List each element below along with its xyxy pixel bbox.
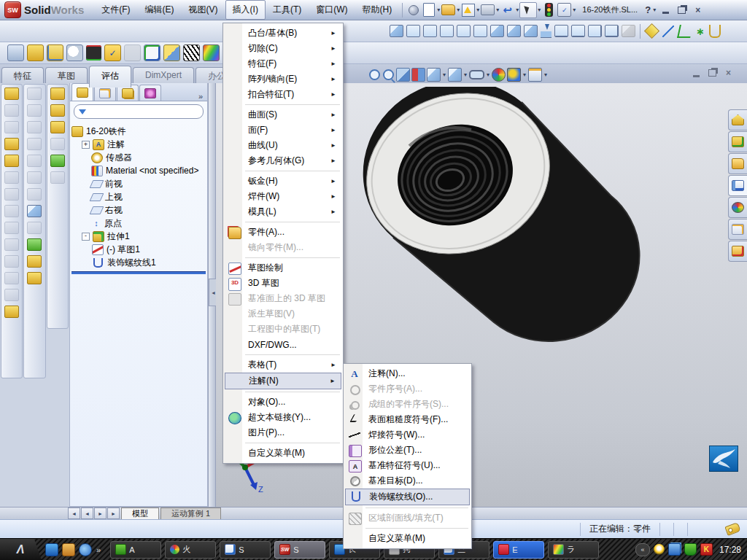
expand-icon[interactable]: +	[82, 141, 90, 149]
antivirus-tray-icon[interactable]: K	[700, 543, 713, 556]
sketch-toolbar-icon[interactable]	[27, 205, 42, 217]
nav-prev-icon[interactable]: ◄	[81, 508, 93, 519]
submenu-item-customize-menu[interactable]: 自定义菜单(M)	[345, 531, 470, 546]
toolbar-icon[interactable]	[4, 138, 19, 150]
mass-properties-icon[interactable]	[27, 44, 44, 61]
display-style-icon[interactable]	[448, 68, 462, 82]
menu-item-part[interactable]: 零件(A)...	[225, 225, 341, 240]
apply-scene-icon[interactable]	[507, 68, 521, 82]
toolbar-icon[interactable]	[27, 255, 42, 268]
menu-item-features[interactable]: 特征(F)►	[225, 56, 341, 71]
toolbar-icon[interactable]	[4, 88, 19, 100]
rebuild-traffic-light-icon[interactable]	[542, 3, 556, 17]
toolbar-icon[interactable]	[4, 155, 19, 167]
home-tab[interactable]	[728, 109, 747, 131]
tree-item-origin[interactable]: ↕ 原点	[71, 217, 206, 230]
view-isometric-icon[interactable]	[390, 25, 403, 37]
submenu-item-datum-target[interactable]: 基准目标(D)...	[345, 473, 470, 489]
performance-evaluation-icon[interactable]	[66, 44, 83, 61]
menu-item-annotations[interactable]: 注解(N)►	[225, 373, 341, 389]
view-cube-icon[interactable]	[490, 25, 504, 37]
tree-item-sketch1[interactable]: (-) 草图1	[71, 243, 206, 256]
options-dropdown-icon[interactable]: ▾	[573, 7, 576, 13]
restore-button[interactable]	[675, 4, 689, 16]
menu-tools[interactable]: 工具(T)	[266, 0, 309, 20]
toolbar-icon[interactable]	[27, 238, 42, 251]
menu-item-curve[interactable]: 曲线(U)►	[225, 138, 341, 153]
collapse-icon[interactable]: -	[82, 233, 90, 241]
view-cube-icon[interactable]	[406, 25, 420, 37]
menu-item-picture[interactable]: 图片(P)...	[225, 425, 341, 440]
toolbar-icon[interactable]	[4, 306, 19, 318]
measure-icon[interactable]	[7, 44, 24, 61]
undo-dropdown-icon[interactable]: ▾	[516, 7, 519, 13]
submenu-item-cosmetic-thread[interactable]: 装饰螺纹线(O)...	[345, 489, 470, 505]
two-view-horizontal-icon[interactable]	[571, 25, 585, 37]
menu-item-customize-menu[interactable]: 自定义菜单(M)	[225, 446, 341, 461]
menu-item-tables[interactable]: 表格(T)►	[225, 357, 341, 373]
view-settings-icon[interactable]	[528, 68, 542, 82]
undo-icon[interactable]: ↩	[500, 3, 514, 17]
submenu-item-geometric-tolerance[interactable]: 形位公差(T)...	[345, 443, 470, 458]
new-document-icon[interactable]	[422, 3, 436, 17]
two-view-vertical-icon[interactable]	[588, 25, 602, 37]
menu-insert[interactable]: 插入(I)	[225, 0, 266, 20]
task-button[interactable]: ラ	[548, 541, 599, 559]
taskbar-clock[interactable]: 17:28	[719, 545, 741, 555]
minimize-button[interactable]	[659, 4, 673, 16]
doc-restore-button[interactable]	[705, 67, 719, 79]
quick-launch-icon[interactable]	[62, 543, 75, 556]
submenu-item-weld-symbol[interactable]: 焊接符号(W)...	[345, 427, 470, 443]
filter-input[interactable]	[89, 106, 198, 117]
view-orientation-icon[interactable]	[427, 68, 441, 82]
view-cube-icon[interactable]	[457, 25, 471, 37]
model-cylinder[interactable]	[347, 87, 668, 342]
nav-first-icon[interactable]: ◄	[68, 508, 80, 519]
task-button-solidworks[interactable]: SWS	[274, 541, 325, 559]
menu-window[interactable]: 窗口(W)	[309, 0, 355, 20]
tree-item-right-plane[interactable]: 右视	[71, 203, 206, 217]
tree-item-extrude1[interactable]: - 拉伸1	[71, 230, 206, 243]
tag-icon[interactable]	[724, 522, 740, 536]
tree-item-top-plane[interactable]: 上视	[71, 190, 206, 203]
qq-tray-icon[interactable]	[654, 544, 665, 555]
help-dropdown-icon[interactable]: ▾	[653, 7, 656, 13]
view-palette-tab[interactable]	[728, 175, 747, 196]
print-document-icon[interactable]	[481, 3, 495, 17]
help-button[interactable]: ?	[643, 4, 652, 15]
four-view-icon[interactable]	[605, 25, 619, 37]
view-flashlight-icon[interactable]	[396, 68, 410, 82]
menu-item-face[interactable]: 面(F)►	[225, 122, 341, 138]
options-checklist-icon[interactable]: ✓	[557, 3, 571, 17]
nav-last-icon[interactable]: ►	[107, 508, 120, 519]
doc-close-button[interactable]: ×	[721, 67, 735, 79]
coordinate-system-icon[interactable]	[677, 25, 693, 38]
menu-item-dxf-dwg[interactable]: DXF/DWG...	[225, 337, 341, 352]
save-document-icon[interactable]	[461, 3, 475, 17]
nav-next-icon[interactable]: ►	[94, 508, 107, 519]
menu-item-3d-sketch[interactable]: 3D3D 草图	[225, 276, 341, 291]
menu-item-boss-base[interactable]: 凸台/基体(B)►	[225, 26, 341, 41]
deviation-analysis-icon[interactable]	[144, 44, 160, 61]
rollback-bar[interactable]	[71, 271, 206, 274]
mate-reference-icon[interactable]	[709, 25, 721, 38]
hide-show-items-icon[interactable]	[469, 70, 484, 79]
quick-launch-overflow-icon[interactable]: »	[96, 545, 101, 554]
dimxpertmanager-tab[interactable]	[139, 85, 161, 101]
section-view-icon[interactable]	[411, 68, 425, 82]
quick-launch-icon[interactable]	[45, 543, 58, 556]
axis-icon[interactable]	[662, 26, 674, 37]
shield-tray-icon[interactable]	[684, 543, 697, 556]
menu-item-weldments[interactable]: 焊件(W)►	[225, 189, 341, 204]
tree-filter[interactable]	[74, 104, 204, 119]
document-recovery-tab[interactable]	[728, 241, 747, 262]
view-cube-icon[interactable]	[423, 25, 437, 37]
task-button[interactable]: E	[493, 541, 544, 559]
task-button[interactable]: A	[110, 541, 161, 559]
close-button[interactable]: ×	[691, 4, 705, 16]
plane-icon[interactable]	[644, 23, 659, 39]
menu-item-molds[interactable]: 模具(L)►	[225, 204, 341, 219]
file-explorer-tab[interactable]	[728, 153, 747, 174]
check-icon[interactable]	[86, 45, 101, 61]
menu-file[interactable]: 文件(F)	[94, 0, 137, 20]
